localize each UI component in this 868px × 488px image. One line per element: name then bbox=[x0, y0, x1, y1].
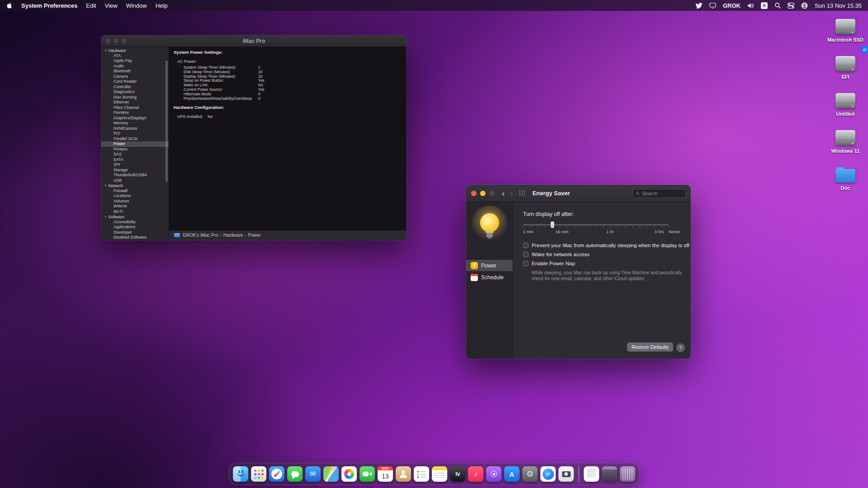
close-button[interactable] bbox=[471, 191, 476, 196]
title-bar[interactable]: iMac Pro bbox=[101, 35, 406, 47]
sidebar-item-firewire[interactable]: FireWire bbox=[101, 110, 169, 116]
restore-defaults-button[interactable]: Restore Defaults bbox=[627, 343, 673, 352]
menu-bar-clock[interactable]: Sun 13 Nov 15.35 bbox=[815, 2, 862, 9]
dock-item-finder[interactable] bbox=[233, 466, 248, 482]
sidebar-item-schedule[interactable]: Schedule bbox=[466, 272, 513, 283]
sidebar-item-wwan[interactable]: WWAN bbox=[101, 204, 169, 209]
dock-item-minwindow[interactable] bbox=[602, 466, 617, 482]
help-button[interactable]: ? bbox=[676, 343, 685, 352]
sidebar-item-disabled-software[interactable]: Disabled Software bbox=[101, 235, 169, 240]
dock-item-tv[interactable]: tv bbox=[450, 466, 465, 482]
scrollbar[interactable] bbox=[165, 61, 168, 182]
dock-item-photos[interactable] bbox=[341, 466, 357, 482]
desktop-icon-doc[interactable]: Doc bbox=[824, 166, 867, 191]
sidebar-item-locations[interactable]: Locations bbox=[101, 193, 169, 199]
sidebar-item-spi[interactable]: SPI bbox=[101, 162, 169, 168]
minimize-button[interactable] bbox=[113, 38, 118, 43]
dock-item-appblue[interactable]: ⇄ bbox=[540, 466, 556, 482]
sidebar-item-card-reader[interactable]: Card Reader bbox=[101, 79, 169, 84]
sidebar-item-bluetooth[interactable]: Bluetooth bbox=[101, 69, 169, 74]
sidebar-item-camera[interactable]: Camera bbox=[101, 74, 169, 80]
dock-item-textedit[interactable] bbox=[584, 466, 599, 482]
sidebar-item-memory[interactable]: Memory bbox=[101, 121, 169, 126]
zoom-button[interactable] bbox=[489, 191, 495, 196]
dock-item-trash[interactable] bbox=[620, 466, 635, 482]
bird-icon[interactable] bbox=[695, 3, 703, 9]
checkbox-wake-for-network-access[interactable]: Wake for network access bbox=[523, 252, 691, 257]
sidebar-item-controller[interactable]: Controller bbox=[101, 84, 169, 90]
show-all-icon[interactable] bbox=[519, 191, 527, 196]
desktop-icon-untitled[interactable]: Untitled bbox=[824, 92, 867, 117]
sidebar-item-ethernet[interactable]: Ethernet bbox=[101, 100, 169, 105]
apple-menu[interactable] bbox=[6, 2, 13, 9]
menu-item-view[interactable]: View bbox=[105, 2, 118, 9]
breadcrumb-item-power[interactable]: Power bbox=[248, 233, 261, 238]
checkbox-box[interactable] bbox=[523, 243, 528, 248]
sidebar-item-ata[interactable]: ATA bbox=[101, 53, 169, 59]
menu-bar-username[interactable]: GROK bbox=[723, 2, 741, 9]
minimize-button[interactable] bbox=[480, 191, 486, 196]
dock-item-photobooth[interactable] bbox=[558, 466, 574, 482]
checkbox-box[interactable] bbox=[523, 252, 528, 257]
sidebar-item-usb[interactable]: USB bbox=[101, 178, 169, 183]
sidebar-item-power[interactable]: Power bbox=[466, 260, 513, 271]
dock-item-calendar[interactable]: NOV13 bbox=[377, 466, 393, 482]
forward-button[interactable]: › bbox=[510, 189, 513, 197]
sidebar-item-power[interactable]: Power bbox=[101, 141, 169, 147]
desktop-icon-efi[interactable]: EFI bbox=[824, 55, 867, 80]
back-button[interactable]: ‹ bbox=[502, 189, 505, 197]
sidebar-item-sata[interactable]: SATA bbox=[101, 157, 169, 163]
input-source-icon[interactable]: A bbox=[761, 2, 768, 9]
user-icon[interactable] bbox=[801, 2, 808, 9]
dock-item-messages[interactable] bbox=[287, 466, 302, 482]
desktop-icon-macintosh-ssd[interactable]: Macintosh SSD bbox=[824, 18, 867, 42]
checkbox-box[interactable] bbox=[523, 261, 528, 266]
sidebar-item-sas[interactable]: SAS bbox=[101, 152, 169, 157]
sidebar-item-nvmexpress[interactable]: NVMExpress bbox=[101, 126, 169, 131]
sidebar-item-storage[interactable]: Storage bbox=[101, 168, 169, 173]
dock-item-launchpad[interactable] bbox=[251, 466, 266, 482]
close-button[interactable] bbox=[105, 38, 110, 43]
sidebar-item-accessibility[interactable]: Accessibility bbox=[101, 220, 169, 225]
sidebar-item-disc-burning[interactable]: Disc Burning bbox=[101, 95, 169, 100]
slider-thumb[interactable] bbox=[551, 221, 554, 228]
dock-item-contacts[interactable] bbox=[396, 466, 411, 482]
search-input[interactable] bbox=[642, 191, 683, 196]
sidebar-section-network[interactable]: ▾Network bbox=[101, 183, 169, 188]
sidebar-item-apple-pay[interactable]: Apple Pay bbox=[101, 58, 169, 64]
control-center-icon[interactable] bbox=[788, 3, 794, 9]
sidebar-item-developer[interactable]: Developer bbox=[101, 230, 169, 235]
sidebar-item-parallel-scsi[interactable]: Parallel SCSI bbox=[101, 136, 169, 142]
sidebar-item-applications[interactable]: Applications bbox=[101, 225, 169, 230]
sidebar-item-audio[interactable]: Audio bbox=[101, 64, 169, 69]
dock-item-reminders[interactable] bbox=[414, 466, 429, 482]
dock-item-maps[interactable] bbox=[323, 466, 339, 482]
dock-item-facetime[interactable] bbox=[359, 466, 375, 482]
display-icon[interactable] bbox=[709, 3, 716, 9]
sidebar-item-volumes[interactable]: Volumes bbox=[101, 199, 169, 204]
breadcrumb-item-grok-s-imac-pro[interactable]: GROK's iMac Pro bbox=[183, 233, 218, 238]
menu-item-help[interactable]: Help bbox=[156, 2, 168, 9]
dock-item-podcasts[interactable] bbox=[486, 466, 501, 482]
breadcrumb-item-hardware[interactable]: Hardware bbox=[223, 233, 243, 238]
sidebar-item-firewall[interactable]: Firewall bbox=[101, 188, 169, 194]
menu-item-system-preferences[interactable]: System Preferences bbox=[21, 2, 77, 9]
sidebar-item-wi-fi[interactable]: Wi-Fi bbox=[101, 209, 169, 215]
dock-item-settings[interactable]: ⚙ bbox=[522, 466, 538, 482]
volume-icon[interactable] bbox=[747, 3, 754, 9]
spotlight-icon[interactable] bbox=[774, 2, 781, 9]
sidebar-item-thunderbolt-usb4[interactable]: Thunderbolt/USB4 bbox=[101, 173, 169, 178]
checkbox-prevent-your-mac-from-automatically-sleeping-when-the-display-is-off[interactable]: Prevent your Mac from automatically slee… bbox=[523, 243, 691, 248]
sidebar-item-pci[interactable]: PCI bbox=[101, 131, 169, 136]
dock-item-music[interactable]: ♪ bbox=[468, 466, 483, 482]
dock-item-safari[interactable] bbox=[269, 466, 284, 482]
sidebar-section-hardware[interactable]: ▾Hardware bbox=[101, 48, 169, 53]
sidebar-item-graphics-displays[interactable]: Graphics/Displays bbox=[101, 116, 169, 121]
sync-arrows-badge-icon[interactable]: ⇄ bbox=[861, 46, 868, 53]
sidebar-item-fibre-channel[interactable]: Fibre Channel bbox=[101, 105, 169, 111]
dock-item-mail[interactable]: ✉ bbox=[305, 466, 321, 482]
desktop-icon-windows-11[interactable]: Windows 11 bbox=[824, 129, 867, 154]
zoom-button[interactable] bbox=[122, 38, 127, 43]
display-off-slider[interactable]: 1 min15 min1 hr3 hrsNever bbox=[523, 220, 669, 236]
checkbox-enable-power-nap[interactable]: Enable Power Nap bbox=[523, 261, 691, 266]
